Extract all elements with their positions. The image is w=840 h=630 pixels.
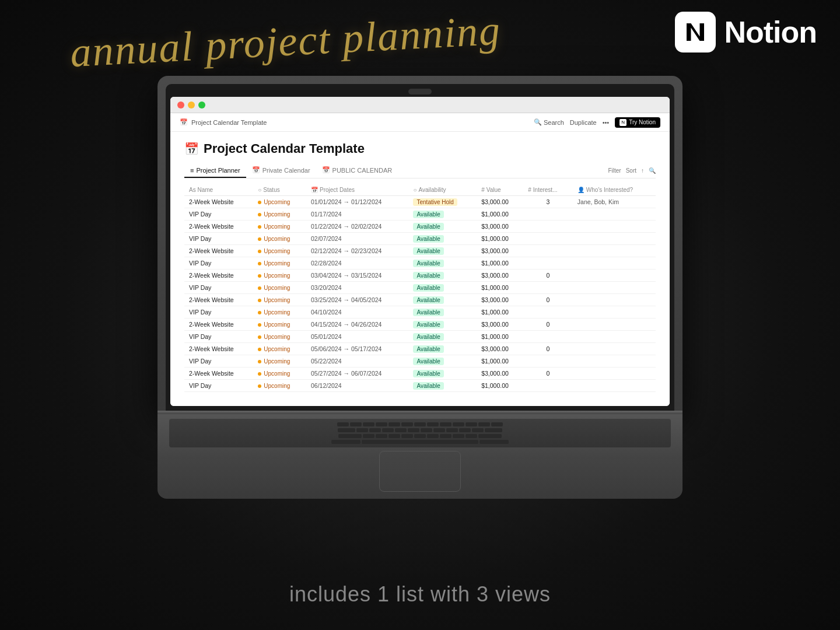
col-availability: ○ Availability <box>408 184 477 196</box>
duplicate-button[interactable]: Duplicate <box>570 119 597 126</box>
tab-project-planner-icon: ≡ <box>190 167 194 174</box>
avail-col-icon: ○ <box>413 187 416 193</box>
status-dot <box>258 360 261 363</box>
laptop-screen: 📅 Project Calendar Template 🔍 Search Dup… <box>170 97 670 406</box>
cell-name: VIP Day <box>184 331 253 343</box>
close-button[interactable] <box>177 102 184 108</box>
availability-badge: Available <box>413 321 443 328</box>
cell-interest <box>523 208 573 220</box>
cell-dates: 05/06/2024 → 05/17/2024 <box>306 343 408 355</box>
laptop: 📅 Project Calendar Template 🔍 Search Dup… <box>158 76 682 499</box>
cell-availability: Available <box>408 343 477 355</box>
minimize-button[interactable] <box>188 102 195 108</box>
filter-button[interactable]: Filter <box>608 167 621 174</box>
cell-dates: 02/28/2024 <box>306 257 408 270</box>
key <box>388 422 400 426</box>
cell-who <box>573 294 656 306</box>
table-row: 2-Week Website Upcoming 06/17/2024 → 06/… <box>184 392 656 394</box>
key <box>338 428 355 432</box>
view-actions: Filter Sort ↑ 🔍 <box>608 163 656 178</box>
cell-name: 2-Week Website <box>184 245 253 257</box>
status-dot <box>258 250 261 253</box>
cell-who: Jane, Bob, Kim <box>573 196 656 208</box>
keyboard-row-spacebar <box>175 440 665 444</box>
table-row: VIP Day Upcoming 05/22/2024 Available $1… <box>184 355 656 368</box>
key <box>369 428 381 432</box>
key <box>331 440 360 444</box>
cell-status: Upcoming <box>253 392 306 394</box>
status-badge: Upcoming <box>258 248 290 254</box>
table-search-icon[interactable]: 🔍 <box>649 167 656 174</box>
cell-who <box>573 282 656 294</box>
tab-private-calendar[interactable]: 📅 Private Calendar <box>246 163 316 178</box>
cell-dates: 05/27/2024 → 06/07/2024 <box>306 368 408 380</box>
status-dot <box>258 286 261 290</box>
try-notion-button[interactable]: N Try Notion <box>615 117 660 128</box>
status-dot <box>258 384 261 388</box>
key <box>350 422 362 426</box>
col-value: # Value <box>477 184 523 196</box>
cell-value: $3,000.00 <box>477 245 523 257</box>
status-badge: Upcoming <box>258 321 290 328</box>
key <box>401 434 413 438</box>
cell-availability: Available <box>408 220 477 233</box>
cell-availability: Available <box>408 331 477 343</box>
table-container: As Name ○ Status <box>184 184 656 393</box>
status-badge: Upcoming <box>258 383 290 389</box>
cell-value: $1,000.00 <box>477 257 523 270</box>
cell-who <box>573 380 656 392</box>
cell-status: Upcoming <box>253 318 306 331</box>
cell-interest <box>523 233 573 245</box>
cell-interest <box>523 380 573 392</box>
camera-notch <box>408 89 432 94</box>
cell-name: 2-Week Website <box>184 220 253 233</box>
more-button[interactable]: ••• <box>603 119 610 126</box>
table-row: 2-Week Website Upcoming 03/25/2024 → 04/… <box>184 294 656 306</box>
cell-value: $3,000.00 <box>477 368 523 380</box>
cell-who <box>573 306 656 318</box>
cell-value: $3,000.00 <box>477 270 523 282</box>
key <box>491 422 503 426</box>
sort-button[interactable]: Sort <box>626 167 636 174</box>
cell-dates: 04/15/2024 → 04/26/2024 <box>306 318 408 331</box>
key <box>356 428 368 432</box>
key <box>363 422 374 426</box>
cell-name: 2-Week Website <box>184 343 253 355</box>
col-status: ○ Status <box>253 184 306 196</box>
cell-value: $3,000.00 <box>477 343 523 355</box>
cell-availability: Available <box>408 208 477 220</box>
cell-who <box>573 368 656 380</box>
status-dot <box>258 262 261 265</box>
cell-interest <box>523 282 573 294</box>
cell-interest <box>523 355 573 368</box>
value-col-icon: # <box>481 187 485 193</box>
status-dot <box>258 201 261 204</box>
cell-availability: Available <box>408 368 477 380</box>
search-button[interactable]: 🔍 Search <box>534 118 564 126</box>
cell-status: Upcoming <box>253 294 306 306</box>
cell-name: VIP Day <box>184 306 253 318</box>
cell-interest: 0 <box>523 294 573 306</box>
cell-interest: 0 <box>523 343 573 355</box>
cell-interest: 3 <box>523 196 573 208</box>
tab-project-planner[interactable]: ≡ Project Planner <box>184 163 246 178</box>
cell-interest <box>523 306 573 318</box>
availability-badge: Available <box>413 247 443 255</box>
cell-value: $3,000.00 <box>477 220 523 233</box>
cell-value: $3,000.00 <box>477 294 523 306</box>
cell-availability: Available <box>408 294 477 306</box>
keyboard-rows <box>175 422 665 444</box>
table-row: 2-Week Website Upcoming 01/22/2024 → 02/… <box>184 220 656 233</box>
availability-badge: Available <box>413 235 443 243</box>
table-row: 2-Week Website Upcoming 04/15/2024 → 04/… <box>184 318 656 331</box>
cell-value: $3,000.00 <box>477 318 523 331</box>
cell-availability: Available <box>408 257 477 270</box>
cell-dates: 03/25/2024 → 04/05/2024 <box>306 294 408 306</box>
cell-status: Upcoming <box>253 331 306 343</box>
availability-badge: Available <box>413 296 443 304</box>
tab-public-calendar[interactable]: 📅 PUBLIC CALENDAR <box>316 163 398 178</box>
cell-name: 2-Week Website <box>184 368 253 380</box>
status-badge: Upcoming <box>258 236 290 242</box>
laptop-bezel: 📅 Project Calendar Template 🔍 Search Dup… <box>166 84 674 411</box>
maximize-button[interactable] <box>198 102 205 108</box>
